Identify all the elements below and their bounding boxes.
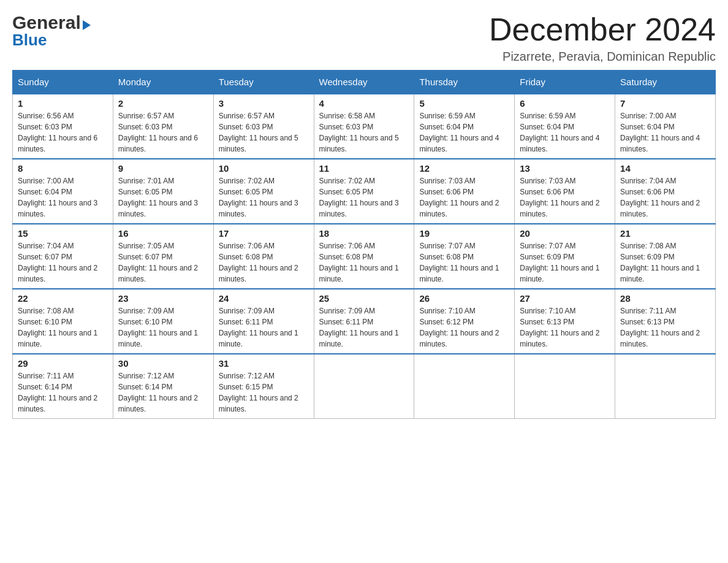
day-info: Sunrise: 6:59 AMSunset: 6:04 PMDaylight:… — [419, 110, 509, 155]
day-info: Sunrise: 6:58 AMSunset: 6:03 PMDaylight:… — [319, 110, 409, 155]
day-cell-25: 25Sunrise: 7:09 AMSunset: 6:11 PMDayligh… — [314, 289, 414, 354]
day-number: 18 — [319, 228, 409, 239]
location-subtitle: Pizarrete, Peravia, Dominican Republic — [489, 50, 716, 64]
day-cell-19: 19Sunrise: 7:07 AMSunset: 6:08 PMDayligh… — [414, 224, 515, 289]
day-cell-1: 1Sunrise: 6:56 AMSunset: 6:03 PMDaylight… — [13, 94, 113, 159]
day-number: 13 — [520, 163, 610, 174]
day-info: Sunrise: 6:57 AMSunset: 6:03 PMDaylight:… — [118, 110, 208, 155]
week-row-4: 22Sunrise: 7:08 AMSunset: 6:10 PMDayligh… — [13, 289, 716, 354]
day-cell-27: 27Sunrise: 7:10 AMSunset: 6:13 PMDayligh… — [515, 289, 615, 354]
day-info: Sunrise: 7:09 AMSunset: 6:11 PMDaylight:… — [319, 305, 409, 350]
day-info: Sunrise: 7:07 AMSunset: 6:08 PMDaylight:… — [419, 240, 509, 285]
day-cell-7: 7Sunrise: 7:00 AMSunset: 6:04 PMDaylight… — [615, 94, 716, 159]
day-cell-22: 22Sunrise: 7:08 AMSunset: 6:10 PMDayligh… — [13, 289, 113, 354]
day-cell-5: 5Sunrise: 6:59 AMSunset: 6:04 PMDaylight… — [414, 94, 515, 159]
day-cell-29: 29Sunrise: 7:11 AMSunset: 6:14 PMDayligh… — [13, 354, 113, 419]
day-info: Sunrise: 7:09 AMSunset: 6:11 PMDaylight:… — [219, 305, 309, 350]
day-number: 14 — [620, 163, 710, 174]
day-info: Sunrise: 7:03 AMSunset: 6:06 PMDaylight:… — [520, 175, 610, 220]
day-number: 23 — [118, 293, 208, 304]
day-cell-8: 8Sunrise: 7:00 AMSunset: 6:04 PMDaylight… — [13, 159, 113, 224]
day-number: 15 — [18, 228, 108, 239]
day-info: Sunrise: 7:01 AMSunset: 6:05 PMDaylight:… — [118, 175, 208, 220]
day-cell-4: 4Sunrise: 6:58 AMSunset: 6:03 PMDaylight… — [314, 94, 414, 159]
day-cell-11: 11Sunrise: 7:02 AMSunset: 6:05 PMDayligh… — [314, 159, 414, 224]
col-header-tuesday: Tuesday — [213, 71, 314, 94]
week-row-2: 8Sunrise: 7:00 AMSunset: 6:04 PMDaylight… — [13, 159, 716, 224]
day-cell-10: 10Sunrise: 7:02 AMSunset: 6:05 PMDayligh… — [213, 159, 314, 224]
day-cell-14: 14Sunrise: 7:04 AMSunset: 6:06 PMDayligh… — [615, 159, 716, 224]
day-info: Sunrise: 7:00 AMSunset: 6:04 PMDaylight:… — [620, 110, 710, 155]
day-info: Sunrise: 7:09 AMSunset: 6:10 PMDaylight:… — [118, 305, 208, 350]
day-cell-24: 24Sunrise: 7:09 AMSunset: 6:11 PMDayligh… — [213, 289, 314, 354]
empty-cell — [414, 354, 515, 419]
day-number: 20 — [520, 228, 610, 239]
day-cell-28: 28Sunrise: 7:11 AMSunset: 6:13 PMDayligh… — [615, 289, 716, 354]
day-number: 11 — [319, 163, 409, 174]
day-number: 28 — [620, 293, 710, 304]
day-number: 6 — [520, 98, 610, 109]
col-header-sunday: Sunday — [13, 71, 113, 94]
col-header-thursday: Thursday — [414, 71, 515, 94]
day-cell-13: 13Sunrise: 7:03 AMSunset: 6:06 PMDayligh… — [515, 159, 615, 224]
day-number: 3 — [219, 98, 309, 109]
day-number: 7 — [620, 98, 710, 109]
day-info: Sunrise: 7:08 AMSunset: 6:10 PMDaylight:… — [18, 305, 108, 350]
day-info: Sunrise: 7:03 AMSunset: 6:06 PMDaylight:… — [419, 175, 509, 220]
day-number: 4 — [319, 98, 409, 109]
day-cell-9: 9Sunrise: 7:01 AMSunset: 6:05 PMDaylight… — [113, 159, 213, 224]
day-cell-31: 31Sunrise: 7:12 AMSunset: 6:15 PMDayligh… — [213, 354, 314, 419]
day-cell-20: 20Sunrise: 7:07 AMSunset: 6:09 PMDayligh… — [515, 224, 615, 289]
day-info: Sunrise: 7:12 AMSunset: 6:15 PMDaylight:… — [219, 370, 309, 415]
day-number: 10 — [219, 163, 309, 174]
logo-blue-text: Blue — [12, 31, 47, 50]
day-info: Sunrise: 7:12 AMSunset: 6:14 PMDaylight:… — [118, 370, 208, 415]
day-number: 8 — [18, 163, 108, 174]
day-number: 5 — [419, 98, 509, 109]
day-number: 19 — [419, 228, 509, 239]
logo: General Blue — [12, 12, 91, 50]
day-info: Sunrise: 7:02 AMSunset: 6:05 PMDaylight:… — [319, 175, 409, 220]
day-number: 26 — [419, 293, 509, 304]
logo-general-text: General — [12, 12, 91, 33]
day-cell-30: 30Sunrise: 7:12 AMSunset: 6:14 PMDayligh… — [113, 354, 213, 419]
day-number: 16 — [118, 228, 208, 239]
day-cell-2: 2Sunrise: 6:57 AMSunset: 6:03 PMDaylight… — [113, 94, 213, 159]
empty-cell — [615, 354, 716, 419]
day-info: Sunrise: 7:00 AMSunset: 6:04 PMDaylight:… — [18, 175, 108, 220]
day-info: Sunrise: 7:05 AMSunset: 6:07 PMDaylight:… — [118, 240, 208, 285]
day-cell-18: 18Sunrise: 7:06 AMSunset: 6:08 PMDayligh… — [314, 224, 414, 289]
day-cell-23: 23Sunrise: 7:09 AMSunset: 6:10 PMDayligh… — [113, 289, 213, 354]
day-cell-6: 6Sunrise: 6:59 AMSunset: 6:04 PMDaylight… — [515, 94, 615, 159]
page-header: General Blue December 2024 Pizarrete, Pe… — [12, 12, 716, 64]
title-block: December 2024 Pizarrete, Peravia, Domini… — [489, 12, 716, 64]
day-info: Sunrise: 7:10 AMSunset: 6:13 PMDaylight:… — [520, 305, 610, 350]
day-info: Sunrise: 7:04 AMSunset: 6:06 PMDaylight:… — [620, 175, 710, 220]
day-info: Sunrise: 7:06 AMSunset: 6:08 PMDaylight:… — [319, 240, 409, 285]
day-info: Sunrise: 6:56 AMSunset: 6:03 PMDaylight:… — [18, 110, 108, 155]
arrow-icon — [83, 20, 91, 30]
day-number: 27 — [520, 293, 610, 304]
day-info: Sunrise: 7:04 AMSunset: 6:07 PMDaylight:… — [18, 240, 108, 285]
day-cell-21: 21Sunrise: 7:08 AMSunset: 6:09 PMDayligh… — [615, 224, 716, 289]
day-info: Sunrise: 6:57 AMSunset: 6:03 PMDaylight:… — [219, 110, 309, 155]
day-number: 22 — [18, 293, 108, 304]
day-number: 12 — [419, 163, 509, 174]
col-header-monday: Monday — [113, 71, 213, 94]
day-info: Sunrise: 7:06 AMSunset: 6:08 PMDaylight:… — [219, 240, 309, 285]
col-header-friday: Friday — [515, 71, 615, 94]
day-number: 25 — [319, 293, 409, 304]
empty-cell — [314, 354, 414, 419]
day-cell-12: 12Sunrise: 7:03 AMSunset: 6:06 PMDayligh… — [414, 159, 515, 224]
day-number: 17 — [219, 228, 309, 239]
week-row-3: 15Sunrise: 7:04 AMSunset: 6:07 PMDayligh… — [13, 224, 716, 289]
week-row-1: 1Sunrise: 6:56 AMSunset: 6:03 PMDaylight… — [13, 94, 716, 159]
day-number: 21 — [620, 228, 710, 239]
col-header-saturday: Saturday — [615, 71, 716, 94]
day-number: 30 — [118, 358, 208, 369]
month-title: December 2024 — [489, 12, 716, 47]
day-number: 9 — [118, 163, 208, 174]
day-info: Sunrise: 7:11 AMSunset: 6:14 PMDaylight:… — [18, 370, 108, 415]
empty-cell — [515, 354, 615, 419]
day-number: 31 — [219, 358, 309, 369]
